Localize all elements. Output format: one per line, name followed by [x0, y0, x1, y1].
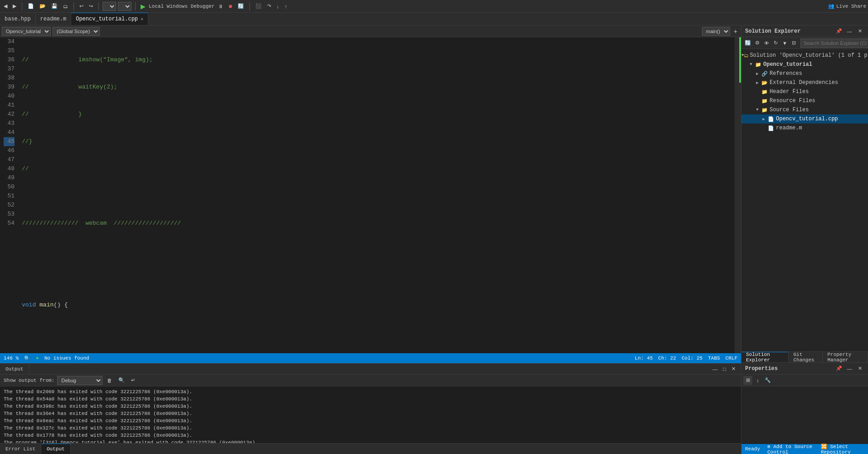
new-file-btn[interactable]: 📄: [26, 2, 36, 10]
properties-toolbar: ⊞ ↕ 🔧: [741, 375, 868, 386]
app-status-bar: Ready ⊕ Add to Source Control 🔀 Select R…: [741, 444, 868, 454]
minimize-se-btn[interactable]: —: [845, 27, 854, 36]
panel-tab-output-title: Output: [0, 364, 29, 374]
editor-and-status: Opencv_tutorial (Global Scope) main() +: [0, 25, 741, 454]
collapse-btn[interactable]: ⊟: [790, 39, 798, 48]
minimap-scrollbar: [735, 37, 741, 353]
props-minimize-btn[interactable]: —: [845, 364, 854, 373]
tree-opencv-cpp[interactable]: ▶ 📄 Opencv_tutorial.cpp: [741, 114, 868, 123]
show-from-label: Show output from:: [4, 378, 54, 383]
tree-readme-m[interactable]: ▶ 📄 readme.m: [741, 123, 868, 133]
add-nav-btn[interactable]: +: [732, 27, 739, 36]
file-scope-dropdown[interactable]: Opencv_tutorial: [2, 27, 51, 36]
find-in-output-btn[interactable]: 🔍: [117, 376, 127, 384]
panel-restore-btn[interactable]: □: [721, 365, 728, 373]
solution-explorer-header: Solution Explorer 📌 — ✕: [741, 25, 868, 37]
add-source-btn[interactable]: ⊕ Add to Source Control: [767, 444, 817, 454]
step-out-btn[interactable]: ↑: [283, 3, 289, 10]
search-solution-explorer[interactable]: [800, 39, 868, 48]
step-in-btn[interactable]: ↓: [275, 3, 281, 10]
filter-btn[interactable]: ▼: [780, 39, 789, 48]
save-btn[interactable]: 💾: [49, 2, 59, 10]
tree-project[interactable]: ▼ 📁 Opencv_tutorial: [741, 60, 868, 69]
live-share-icon: 👥: [828, 3, 834, 9]
props-pin-btn[interactable]: 📌: [834, 364, 844, 373]
editor-nav: Opencv_tutorial (Global Scope) main() +: [0, 25, 741, 37]
breakpoint-btn[interactable]: ⬛: [254, 2, 263, 10]
open-btn[interactable]: 📂: [38, 2, 48, 10]
code-editor[interactable]: 34 35 36 37 38 39 40 41 42 43 44 45: [0, 37, 741, 353]
pause-btn[interactable]: ⏸: [216, 3, 225, 10]
panel-close-btn[interactable]: ✕: [730, 365, 737, 373]
show-all-btn[interactable]: 👁: [762, 39, 771, 48]
tab-opencv-tutorial-cpp[interactable]: Opencv_tutorial.cpp ✕: [71, 13, 148, 25]
tree-header-files[interactable]: ▶ 📁 Header Files: [741, 87, 868, 96]
code-lines: // imshow("Image", img); // waitKey(2); …: [18, 37, 735, 353]
undo-btn[interactable]: ↩: [78, 2, 85, 10]
label-solution: Solution 'Opencv_tutorial' (1 of 1 proje…: [750, 52, 868, 59]
tree-ext-deps[interactable]: ▶ 📂 External Dependencies: [741, 78, 868, 87]
save-all-btn[interactable]: 🗂: [61, 3, 70, 10]
ready-status: Ready: [745, 446, 760, 452]
properties-panel: Properties 📌 — ✕ ⊞ ↕ 🔧: [741, 362, 868, 444]
tab-bar: base.hpp readme.m Opencv_tutorial.cpp ✕: [0, 13, 868, 25]
tree-resource-files[interactable]: ▶ 📁 Resource Files: [741, 96, 868, 105]
solution-explorer-toolbar: 🔄 ⚙ 👁 ↻ ▼ ⊟ 🔍: [741, 37, 868, 49]
properties-btn[interactable]: ⚙: [753, 39, 761, 48]
debug-mode-dropdown[interactable]: Debug: [102, 2, 116, 11]
tab-output[interactable]: Output: [41, 444, 71, 454]
solution-explorer-title: Solution Explorer: [745, 28, 800, 35]
props-categorized-btn[interactable]: ⊞: [743, 376, 752, 385]
props-close-btn[interactable]: ✕: [855, 364, 864, 373]
output-line-5: The thread 0x6eac has exited with code 3…: [4, 417, 737, 424]
solution-tree: ▼ 🗂 Solution 'Opencv_tutorial' (1 of 1 p…: [741, 49, 868, 351]
arrow-ext-deps: ▶: [754, 80, 761, 85]
redo-btn[interactable]: ↪: [87, 2, 95, 10]
properties-header-actions: 📌 — ✕: [834, 364, 864, 373]
props-sort-btn[interactable]: ↕: [753, 376, 762, 385]
restart-btn[interactable]: 🔄: [236, 2, 246, 10]
refresh-btn[interactable]: ↻: [772, 39, 780, 48]
tab-git-changes[interactable]: Git Changes: [789, 352, 823, 362]
output-toolbar: Show output from: Debug 🗑 🔍 ↵: [0, 375, 741, 386]
debugger-label: Local Windows Debugger: [149, 4, 215, 9]
tab-readme-m[interactable]: readme.m: [36, 13, 72, 25]
arch-dropdown[interactable]: x64: [118, 2, 132, 11]
tab-git-label: Git Changes: [793, 352, 818, 363]
tree-references[interactable]: ▶ 🔗 References: [741, 69, 868, 78]
sync-btn[interactable]: 🔄: [743, 39, 752, 48]
tab-sol-label: Solution Explorer: [746, 352, 784, 363]
tab-base-hpp[interactable]: base.hpp: [0, 13, 36, 25]
tab-solution-explorer[interactable]: Solution Explorer: [741, 352, 789, 362]
tree-solution[interactable]: ▼ 🗂 Solution 'Opencv_tutorial' (1 of 1 p…: [741, 51, 868, 60]
tab-close-icon[interactable]: ✕: [141, 16, 143, 22]
output-content: The thread 0x2060 has exited with code 3…: [0, 386, 741, 443]
close-se-btn[interactable]: ✕: [855, 27, 864, 36]
tree-source-files[interactable]: ▼ 📁 Source Files: [741, 105, 868, 114]
clear-output-btn[interactable]: 🗑: [105, 377, 114, 384]
live-share-btn[interactable]: 👥 Live Share: [828, 3, 866, 9]
stop-btn[interactable]: ■: [227, 2, 234, 10]
run-btn[interactable]: ▶: [139, 3, 147, 10]
label-references: References: [770, 70, 802, 77]
properties-content: [741, 386, 868, 444]
back-btn[interactable]: ◀: [2, 2, 9, 10]
function-dropdown[interactable]: main(): [702, 27, 730, 36]
right-panel: Solution Explorer 📌 — ✕ 🔄 ⚙ 👁 ↻ ▼ ⊟ 🔍: [741, 25, 868, 454]
forward-btn[interactable]: ▶: [11, 2, 18, 10]
properties-title: Properties: [745, 365, 778, 372]
output-source-dropdown[interactable]: Debug: [57, 376, 102, 385]
tab-property-manager[interactable]: Property Manager: [823, 352, 868, 362]
icon-source-files: 📁: [761, 107, 769, 113]
pin-btn[interactable]: 📌: [834, 27, 844, 36]
sep5: [249, 2, 250, 10]
select-repo-btn[interactable]: 🔀 Select Repository: [821, 444, 864, 454]
step-over-btn[interactable]: ↷: [265, 2, 273, 10]
global-scope-dropdown[interactable]: (Global Scope): [53, 27, 100, 36]
panel-minimize-btn[interactable]: —: [711, 365, 719, 373]
label-header-files: Header Files: [770, 89, 809, 95]
tab-error-list[interactable]: Error List: [0, 444, 41, 454]
word-wrap-btn[interactable]: ↵: [129, 376, 137, 384]
icon-solution: 🗂: [744, 53, 749, 59]
props-wrench-btn[interactable]: 🔧: [763, 376, 772, 385]
